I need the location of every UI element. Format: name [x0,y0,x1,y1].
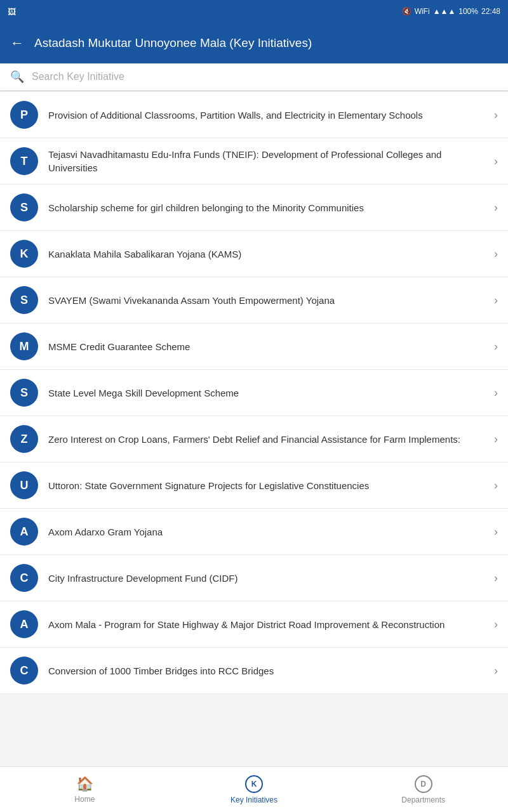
chevron-right-icon: › [494,664,498,678]
avatar: U [10,471,38,499]
nav-home[interactable]: 🏠 Home [0,771,170,809]
list-item[interactable]: U Uttoron: State Government Signature Pr… [0,462,508,509]
list-item[interactable]: T Tejasvi Navadhitamastu Edu-Infra Funds… [0,138,508,185]
back-button[interactable]: ← [10,35,24,51]
avatar: P [10,101,38,129]
chevron-right-icon: › [494,201,498,214]
search-icon: 🔍 [10,70,24,84]
item-text: SVAYEM (Swami Vivekananda Assam Youth Em… [48,294,484,307]
avatar: A [10,518,38,546]
status-bar: 🖼 🔇 WiFi ▲▲▲ 100% 22:48 [0,0,508,23]
avatar: C [10,657,38,684]
list-item[interactable]: M MSME Credit Guarantee Scheme › [0,324,508,370]
item-text: Conversion of 1000 Timber Bridges into R… [48,664,484,678]
item-text: Scholarship scheme for girl children bel… [48,201,484,214]
avatar: Z [10,425,38,453]
nav-home-label: Home [74,795,95,804]
chevron-right-icon: › [494,572,498,585]
avatar: A [10,610,38,638]
signal-icon: ▲▲▲ [433,7,456,16]
item-text: City Infrastructure Development Fund (CI… [48,572,484,585]
chevron-right-icon: › [494,155,498,168]
item-text: Provision of Additional Classrooms, Part… [48,108,484,122]
item-text: Zero Interest on Crop Loans, Farmers' De… [48,433,484,446]
item-text: Axom Mala - Program for State Highway & … [48,618,484,631]
initiative-list: P Provision of Additional Classrooms, Pa… [0,92,508,740]
chevron-right-icon: › [494,386,498,400]
item-text: Uttoron: State Government Signature Proj… [48,479,484,492]
home-icon: 🏠 [76,776,93,792]
list-item[interactable]: Z Zero Interest on Crop Loans, Farmers' … [0,416,508,462]
status-app-icon: 🖼 [8,7,16,16]
nav-departments-label: Departments [401,796,445,804]
key-initiatives-icon: K [245,775,263,793]
avatar: T [10,147,38,175]
avatar: K [10,240,38,268]
list-item[interactable]: P Provision of Additional Classrooms, Pa… [0,92,508,138]
avatar: S [10,286,38,314]
app-bar-title: Astadash Mukutar Unnoyonee Mala (Key Ini… [34,36,498,51]
chevron-right-icon: › [494,525,498,539]
avatar: M [10,332,38,360]
mute-icon: 🔇 [402,7,411,16]
chevron-right-icon: › [494,108,498,122]
list-item[interactable]: K Kanaklata Mahila Sabalikaran Yojana (K… [0,231,508,277]
item-text: Axom Adarxo Gram Yojana [48,525,484,539]
status-icons: 🔇 WiFi ▲▲▲ 100% 22:48 [402,7,500,16]
app-bar: ← Astadash Mukutar Unnoyonee Mala (Key I… [0,23,508,63]
item-text: Kanaklata Mahila Sabalikaran Yojana (KAM… [48,247,484,261]
list-item[interactable]: S SVAYEM (Swami Vivekananda Assam Youth … [0,277,508,324]
nav-key-initiatives-label: Key Initiatives [231,796,277,804]
item-text: Tejasvi Navadhitamastu Edu-Infra Funds (… [48,148,484,174]
nav-departments[interactable]: D Departments [338,770,508,809]
search-bar: 🔍 [0,63,508,91]
chevron-right-icon: › [494,247,498,261]
avatar: S [10,193,38,221]
item-text: State Level Mega Skill Development Schem… [48,386,484,400]
battery-label: 100% [458,7,478,16]
item-text: MSME Credit Guarantee Scheme [48,340,484,353]
list-item[interactable]: A Axom Mala - Program for State Highway … [0,601,508,648]
chevron-right-icon: › [494,479,498,492]
list-item[interactable]: S State Level Mega Skill Development Sch… [0,370,508,416]
avatar: S [10,379,38,407]
time-label: 22:48 [481,7,500,16]
chevron-right-icon: › [494,618,498,631]
list-item[interactable]: C Conversion of 1000 Timber Bridges into… [0,648,508,694]
chevron-right-icon: › [494,433,498,446]
list-item[interactable]: C City Infrastructure Development Fund (… [0,555,508,601]
avatar: C [10,564,38,592]
chevron-right-icon: › [494,294,498,307]
departments-icon: D [415,775,432,793]
list-item[interactable]: S Scholarship scheme for girl children b… [0,185,508,231]
search-input[interactable] [32,71,498,82]
nav-key-initiatives[interactable]: K Key Initiatives [170,770,339,809]
bottom-nav: 🏠 Home K Key Initiatives D Departments [0,766,508,812]
list-item[interactable]: A Axom Adarxo Gram Yojana › [0,509,508,555]
wifi-icon: WiFi [415,7,430,16]
chevron-right-icon: › [494,340,498,353]
